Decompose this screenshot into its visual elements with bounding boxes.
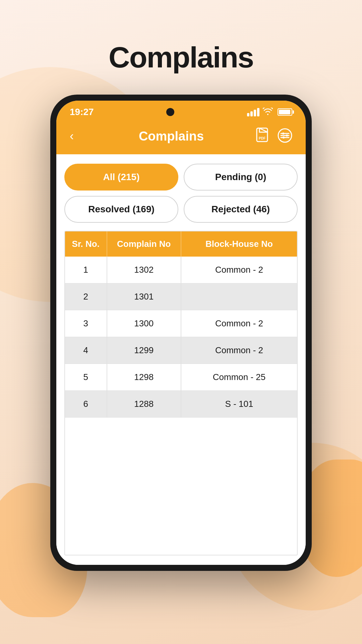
cell-complain-no: 1288 [107, 391, 181, 418]
cell-complain-no: 1298 [107, 364, 181, 391]
header-icons: PDF [256, 127, 292, 145]
phone-mockup: 19:27 [50, 95, 312, 571]
cell-block-house: Common - 2 [181, 337, 297, 364]
cell-block-house: Common - 2 [181, 310, 297, 337]
svg-point-7 [286, 135, 288, 137]
table-header-row: Sr. No. Complain No Block-House No [65, 231, 297, 257]
page-background-title: Complains [109, 40, 253, 74]
cell-complain-no: 1300 [107, 310, 181, 337]
cell-complain-no: 1299 [107, 337, 181, 364]
table-row[interactable]: 61288S - 101 [65, 391, 297, 418]
filter-buttons: All (215) Pending (0) Resolved (169) Rej… [64, 164, 298, 223]
svg-point-6 [282, 132, 284, 135]
app-header: ‹ Complains PDF [56, 121, 306, 154]
camera-notch [166, 108, 174, 116]
cell-block-house [181, 283, 297, 310]
table-row[interactable]: 21301 [65, 283, 297, 310]
svg-text:PDF: PDF [259, 137, 265, 140]
complaints-table: Sr. No. Complain No Block-House No 11302… [64, 231, 298, 555]
status-icons [247, 107, 292, 117]
col-header-complain-no: Complain No [107, 231, 181, 257]
status-bar: 19:27 [56, 101, 306, 121]
svg-point-8 [283, 137, 285, 139]
cell-sr-no: 6 [65, 391, 107, 418]
table-row[interactable]: 31300Common - 2 [65, 310, 297, 337]
cell-sr-no: 2 [65, 283, 107, 310]
table-row[interactable]: 51298Common - 25 [65, 364, 297, 391]
table-row[interactable]: 41299Common - 2 [65, 337, 297, 364]
content-area: All (215) Pending (0) Resolved (169) Rej… [56, 154, 306, 565]
filter-all-button[interactable]: All (215) [64, 164, 178, 191]
cell-block-house: Common - 2 [181, 257, 297, 283]
table-row[interactable]: 11302Common - 2 [65, 257, 297, 283]
wifi-icon [263, 107, 273, 117]
status-time: 19:27 [70, 107, 94, 117]
cell-complain-no: 1301 [107, 283, 181, 310]
cell-sr-no: 3 [65, 310, 107, 337]
phone-screen: 19:27 [56, 101, 306, 565]
filter-rejected-button[interactable]: Rejected (46) [184, 196, 298, 223]
cell-sr-no: 4 [65, 337, 107, 364]
filter-resolved-button[interactable]: Resolved (169) [64, 196, 178, 223]
app-header-title: Complains [139, 129, 204, 144]
cell-sr-no: 5 [65, 364, 107, 391]
cell-complain-no: 1302 [107, 257, 181, 283]
battery-icon [278, 108, 292, 116]
cell-sr-no: 1 [65, 257, 107, 283]
cell-block-house: Common - 25 [181, 364, 297, 391]
filter-icon[interactable] [278, 128, 292, 144]
filter-pending-button[interactable]: Pending (0) [184, 164, 298, 191]
col-header-block-house: Block-House No [181, 231, 297, 257]
back-button[interactable]: ‹ [70, 129, 86, 143]
pdf-icon[interactable]: PDF [256, 127, 271, 145]
cell-block-house: S - 101 [181, 391, 297, 418]
signal-icon [247, 108, 259, 116]
col-header-sr-no: Sr. No. [65, 231, 107, 257]
